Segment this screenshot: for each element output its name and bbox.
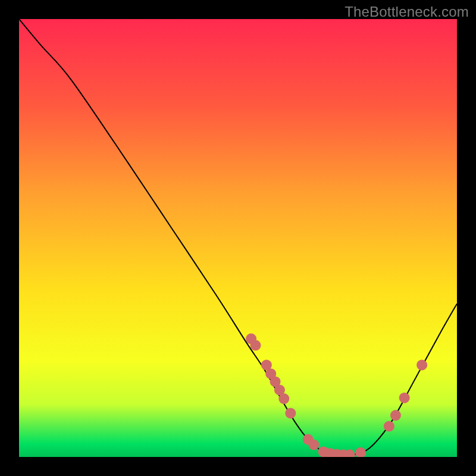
curve-marker (285, 408, 296, 418)
curve-marker (308, 439, 319, 450)
chart-frame: TheBottleneck.com (0, 0, 476, 476)
curve-marker (399, 393, 410, 403)
curve-marker (384, 421, 394, 431)
curve-marker (390, 410, 401, 421)
curve-marker (278, 393, 289, 404)
curve-marker (416, 359, 427, 370)
curve-marker (355, 447, 366, 457)
plot-area (19, 19, 457, 457)
curve-marker (250, 340, 261, 350)
chart-svg (19, 19, 457, 457)
curve-markers (246, 333, 427, 457)
bottleneck-curve (19, 19, 457, 455)
watermark-text: TheBottleneck.com (345, 4, 469, 20)
